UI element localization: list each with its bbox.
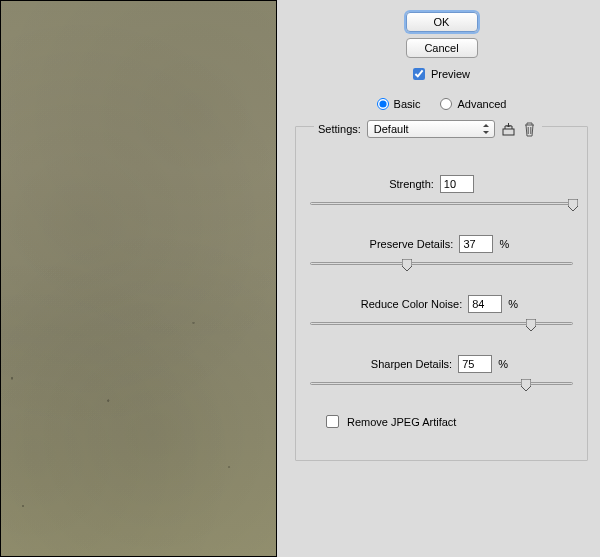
colornoise-thumb[interactable] [526,319,536,331]
sharpen-slider[interactable] [310,377,573,389]
sharpen-input[interactable] [458,355,492,373]
mode-advanced-label: Advanced [457,98,506,110]
jpeg-label: Remove JPEG Artifact [347,416,456,428]
strength-label: Strength: [389,178,434,190]
cancel-button[interactable]: Cancel [406,38,478,58]
mode-advanced[interactable]: Advanced [440,98,506,110]
dialog-buttons: OK Cancel [295,12,588,58]
strength-slider[interactable] [310,197,573,209]
strength-thumb[interactable] [568,199,578,211]
strength-block: Strength: [306,175,577,209]
preview-checkbox[interactable] [413,68,425,80]
svg-rect-0 [503,129,514,135]
preserve-thumb[interactable] [402,259,412,271]
settings-label: Settings: [318,123,361,135]
settings-preset-value: Default [374,123,409,135]
colornoise-label: Reduce Color Noise: [361,298,463,310]
preview-texture [1,1,276,556]
strength-input[interactable] [440,175,474,193]
controls-panel: OK Cancel Preview Basic Advanced Setting… [277,0,600,557]
settings-row: Settings: Default [314,120,542,138]
colornoise-slider[interactable] [310,317,573,329]
mode-row: Basic Advanced [295,98,588,110]
preview-label: Preview [431,68,470,80]
settings-frame: Settings: Default Strength: [295,126,588,461]
radio-advanced[interactable] [440,98,452,110]
preserve-percent: % [499,238,513,250]
sharpen-block: Sharpen Details: % [306,355,577,389]
radio-basic[interactable] [377,98,389,110]
preserve-slider[interactable] [310,257,573,269]
image-preview [0,0,277,557]
mode-basic-label: Basic [394,98,421,110]
sharpen-label: Sharpen Details: [371,358,452,370]
preserve-block: Preserve Details: % [306,235,577,269]
settings-icons [501,121,538,137]
settings-preset-select[interactable]: Default [367,120,495,138]
sharpen-thumb[interactable] [521,379,531,391]
ok-button[interactable]: OK [406,12,478,32]
preserve-label: Preserve Details: [370,238,454,250]
sharpen-percent: % [498,358,512,370]
colornoise-block: Reduce Color Noise: % [306,295,577,329]
delete-preset-icon[interactable] [522,121,538,137]
colornoise-input[interactable] [468,295,502,313]
colornoise-percent: % [508,298,522,310]
save-preset-icon[interactable] [501,121,517,137]
jpeg-checkbox[interactable] [326,415,339,428]
preserve-input[interactable] [459,235,493,253]
preview-row: Preview [295,68,588,80]
mode-basic[interactable]: Basic [377,98,421,110]
jpeg-row: Remove JPEG Artifact [306,415,577,428]
